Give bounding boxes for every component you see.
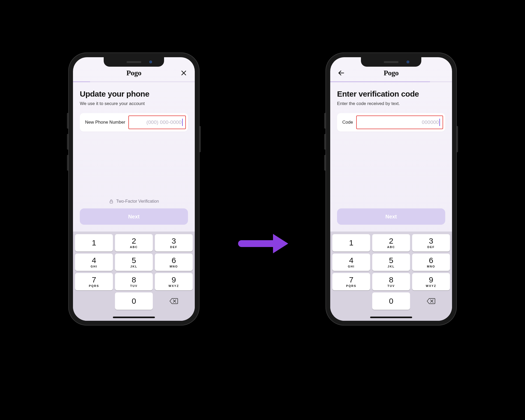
brand-logo: Pogo	[126, 69, 141, 77]
keypad-key-3[interactable]: 3DEF	[412, 234, 450, 251]
back-button[interactable]	[336, 68, 346, 78]
keypad-key-1[interactable]: 1	[75, 234, 113, 251]
keypad-key-9[interactable]: 9WXYZ	[412, 273, 450, 290]
keypad-key-1[interactable]: 1	[332, 234, 370, 251]
keypad-letters: DEF	[170, 245, 177, 249]
keypad-key-5[interactable]: 5JKL	[372, 254, 410, 271]
home-indicator	[370, 317, 412, 318]
screen-verification: Pogo Enter verification code Enter the c…	[330, 57, 452, 321]
text-caret	[439, 119, 440, 126]
keypad-key-5[interactable]: 5JKL	[115, 254, 153, 271]
keypad-digit: 9	[429, 276, 433, 284]
lock-icon	[109, 199, 114, 204]
text-caret	[182, 119, 183, 126]
two-factor-label: Two-Factor Verification	[116, 199, 159, 204]
home-indicator	[113, 317, 155, 318]
keypad-letters: MNO	[427, 265, 435, 268]
keypad-digit: 2	[389, 237, 393, 245]
close-icon	[180, 70, 187, 76]
backspace-icon	[169, 298, 178, 304]
keypad-key-9[interactable]: 9WXYZ	[155, 273, 193, 290]
keypad-key-0[interactable]: 0	[115, 292, 153, 310]
content-area: Update your phone We use it to secure yo…	[73, 82, 195, 232]
keypad-letters: ABC	[130, 245, 138, 249]
phone-input[interactable]: (000) 000-0000	[128, 116, 186, 129]
keypad-letters: JKL	[388, 265, 395, 268]
page-title: Enter verification code	[337, 90, 445, 98]
numeric-keypad: 12ABC3DEF4GHI5JKL6MNO7PQRS8TUV9WXYZ0	[330, 232, 452, 321]
next-button-label: Next	[128, 214, 139, 220]
next-button[interactable]: Next	[337, 208, 445, 225]
keypad-key-2[interactable]: 2ABC	[115, 234, 153, 251]
keypad-delete[interactable]	[412, 292, 450, 310]
keypad-letters: JKL	[130, 265, 138, 268]
phone-placeholder: (000) 000-0000	[146, 119, 182, 125]
keypad-digit: 6	[429, 256, 433, 264]
phone-frame-left: Pogo Update your phone We use it to secu…	[68, 52, 200, 326]
page-title: Update your phone	[80, 90, 188, 98]
keypad-delete[interactable]	[155, 292, 193, 310]
keypad-letters: ABC	[387, 245, 395, 249]
keypad-letters: PQRS	[89, 284, 99, 287]
keypad-digit: 3	[172, 237, 176, 245]
keypad-digit: 8	[132, 276, 136, 284]
keypad-digit: 5	[132, 256, 136, 264]
keypad-key-8[interactable]: 8TUV	[372, 273, 410, 290]
keypad-digit: 0	[132, 297, 136, 305]
backspace-icon	[427, 298, 435, 304]
screen-update-phone: Pogo Update your phone We use it to secu…	[73, 57, 195, 321]
keypad-letters: MNO	[170, 265, 178, 268]
keypad-letters: WXYZ	[426, 284, 436, 287]
keypad-digit: 6	[172, 256, 176, 264]
keypad-digit: 4	[349, 256, 354, 264]
code-field-label: Code	[342, 120, 353, 125]
page-subtitle: We use it to secure your account	[80, 101, 188, 106]
keypad-key-7[interactable]: 7PQRS	[75, 273, 113, 290]
keypad-key-4[interactable]: 4GHI	[75, 254, 113, 271]
back-arrow-icon	[338, 69, 345, 77]
progress-bar	[330, 81, 452, 82]
keypad-letters: TUV	[130, 284, 138, 287]
keypad-key-6[interactable]: 6MNO	[412, 254, 450, 271]
keypad-key-0[interactable]: 0	[372, 292, 410, 310]
keypad-key-4[interactable]: 4GHI	[332, 254, 370, 271]
keypad-digit: 8	[389, 276, 393, 284]
device-notch	[361, 57, 421, 67]
next-button-label: Next	[385, 214, 397, 220]
phone-frame-right: Pogo Enter verification code Enter the c…	[326, 52, 457, 326]
keypad-digit: 7	[92, 276, 96, 284]
keypad-digit: 1	[349, 239, 354, 247]
code-field: Code 000000	[337, 113, 445, 132]
code-input[interactable]: 000000	[356, 116, 443, 129]
svg-rect-2	[110, 201, 113, 203]
two-factor-note: Two-Factor Verification	[80, 199, 188, 204]
close-button[interactable]	[178, 68, 189, 78]
phone-field: New Phone Number (000) 000-0000	[80, 113, 188, 132]
numeric-keypad: 12ABC3DEF4GHI5JKL6MNO7PQRS8TUV9WXYZ0	[73, 232, 195, 321]
content-area: Enter verification code Enter the code r…	[330, 82, 452, 232]
next-button[interactable]: Next	[80, 208, 188, 225]
keypad-blank	[75, 292, 113, 310]
phone-field-label: New Phone Number	[85, 120, 125, 125]
keypad-letters: PQRS	[346, 284, 356, 287]
keypad-digit: 7	[349, 276, 354, 284]
keypad-key-7[interactable]: 7PQRS	[332, 273, 370, 290]
keypad-blank	[332, 292, 370, 310]
svg-marker-6	[273, 234, 288, 253]
keypad-letters: DEF	[427, 245, 435, 249]
keypad-key-3[interactable]: 3DEF	[155, 234, 193, 251]
keypad-letters: TUV	[387, 284, 395, 287]
device-notch	[104, 57, 164, 67]
keypad-key-6[interactable]: 6MNO	[155, 254, 193, 271]
keypad-letters: WXYZ	[169, 284, 179, 287]
brand-logo: Pogo	[384, 69, 398, 77]
keypad-letters: GHI	[348, 265, 355, 268]
keypad-key-2[interactable]: 2ABC	[372, 234, 410, 251]
keypad-key-8[interactable]: 8TUV	[115, 273, 153, 290]
keypad-digit: 1	[92, 239, 96, 247]
progress-fill	[73, 81, 90, 82]
code-placeholder: 000000	[422, 119, 439, 125]
keypad-digit: 0	[389, 297, 393, 305]
progress-bar	[73, 81, 195, 82]
keypad-digit: 9	[172, 276, 176, 284]
